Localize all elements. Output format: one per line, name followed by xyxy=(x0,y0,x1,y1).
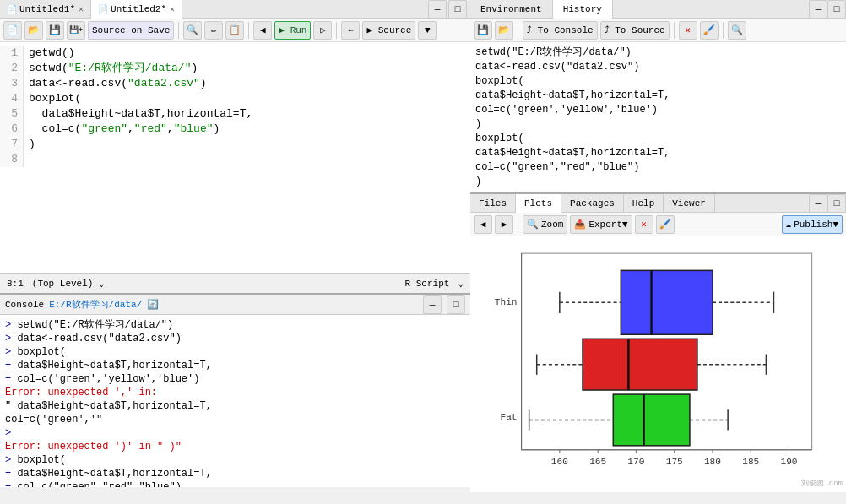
minimize-plots-icon[interactable]: — xyxy=(809,194,827,213)
console-line-12: + data$Height~data$T,horizontal=T, xyxy=(5,467,465,480)
console-label: Console xyxy=(5,300,44,310)
close-tab-untitled1[interactable]: ✕ xyxy=(79,4,84,14)
source-button[interactable]: ▶ Source xyxy=(362,21,415,40)
prev-plot-button[interactable]: ◀ xyxy=(474,215,492,234)
history-sep-2 xyxy=(674,22,675,39)
console-line-6: Error: unexpected ',' in: xyxy=(5,386,465,399)
history-sep-3 xyxy=(723,22,724,39)
line-content-3: data<-read.csv("data2.csv") xyxy=(24,76,207,91)
minimize-editor-icon[interactable]: — xyxy=(428,0,447,19)
clear-plots-button[interactable]: ✕ xyxy=(635,215,653,234)
tab-environment[interactable]: Environment xyxy=(470,0,553,19)
open-file-button[interactable]: 📂 xyxy=(24,21,43,40)
source-dropdown[interactable]: ▼ xyxy=(418,21,437,40)
tab-label-untitled1: Untitled1* xyxy=(19,4,75,14)
tab-packages[interactable]: Packages xyxy=(561,194,624,213)
zoom-button[interactable]: 🔍 Zoom xyxy=(523,215,567,234)
publish-button[interactable]: ☁ Publish ▼ xyxy=(782,215,843,234)
line-num-3: 3 xyxy=(0,76,24,91)
forward-button[interactable]: ▷ xyxy=(313,21,332,40)
code-line-5: 5 data$Height~data$T,horizontal=T, xyxy=(0,106,470,122)
console-refresh-icon[interactable]: 🔄 xyxy=(147,299,159,310)
line-num-7: 7 xyxy=(0,137,24,152)
watermark: 刘俊图.com xyxy=(801,478,843,489)
to-console-button[interactable]: ⤴ To Console xyxy=(523,21,598,40)
code-line-4: 4 boxplot( xyxy=(0,91,470,106)
find-button[interactable]: 🔍 xyxy=(183,21,202,40)
tab-help[interactable]: Help xyxy=(624,194,664,213)
source-on-save-label: Source on Save xyxy=(92,25,170,35)
line-content-4: boxplot( xyxy=(24,91,81,106)
maximize-console-icon[interactable]: □ xyxy=(447,295,465,314)
search-history-button[interactable]: 🔍 xyxy=(728,21,746,40)
history-line-2: data<-read.csv("data2.csv") xyxy=(475,60,841,74)
packages-label: Packages xyxy=(570,198,615,209)
minimize-env-icon[interactable]: — xyxy=(809,0,827,19)
line-content-6: col=c("green","red","blue") xyxy=(24,122,220,137)
svg-text:185: 185 xyxy=(742,457,759,467)
svg-rect-33 xyxy=(613,394,690,446)
history-content[interactable]: setwd("E:/R软件学习/data/") data<-read.csv("… xyxy=(470,42,846,192)
svg-text:170: 170 xyxy=(627,457,644,467)
code-line-1: 1 getwd() xyxy=(0,46,470,61)
code-level: (Top Level) ⌄ xyxy=(32,278,105,289)
code-line-8: 8 xyxy=(0,152,470,167)
export-button[interactable]: 📤 Export ▼ xyxy=(570,215,632,234)
prev-button[interactable]: ⇐ xyxy=(341,21,360,40)
history-line-3: boxplot( xyxy=(475,74,841,89)
plots-panel: Files Plots Packages Help Viewer — □ xyxy=(470,194,846,492)
svg-text:Thin: Thin xyxy=(495,297,518,307)
tab-viewer[interactable]: Viewer xyxy=(664,194,715,213)
viewer-label: Viewer xyxy=(672,198,706,209)
run-label: ▶ Run xyxy=(279,24,306,35)
save-file-button[interactable]: 💾 xyxy=(46,21,64,40)
export-dropdown-arrow: ▼ xyxy=(622,219,628,230)
console-header: Console E:/R软件学习/data/ 🔄 — □ xyxy=(0,295,470,315)
svg-text:160: 160 xyxy=(551,457,568,467)
code-line-3: 3 data<-read.csv("data2.csv") xyxy=(0,76,470,91)
maximize-env-icon[interactable]: □ xyxy=(827,0,846,19)
boxplot-svg: 160 165 170 175 180 185 190 Thin Fat xyxy=(470,236,846,492)
source-on-save-button[interactable]: Source on Save xyxy=(88,21,174,40)
console-content[interactable]: > setwd("E:/R软件学习/data/") > data<-read.c… xyxy=(0,315,470,487)
line-content-8 xyxy=(24,152,29,167)
back-button[interactable]: ◀ xyxy=(253,21,272,40)
code-editor[interactable]: 1 getwd() 2 setwd("E:/R软件学习/data/") 3 da… xyxy=(0,42,470,273)
clear-history-button[interactable]: ✕ xyxy=(679,21,697,40)
maximize-editor-icon[interactable]: □ xyxy=(448,0,467,19)
tab-plots[interactable]: Plots xyxy=(516,194,561,213)
export-label: Export xyxy=(588,219,622,230)
env-panel: Environment History — □ 💾 📂 ⤴ To Console… xyxy=(470,0,846,194)
tab-files[interactable]: Files xyxy=(470,194,516,213)
editor-tab-untitled1[interactable]: 📄 Untitled1* ✕ xyxy=(0,0,91,19)
script-type: R Script xyxy=(405,279,450,289)
brush-plots-button[interactable]: 🖌️ xyxy=(656,215,675,234)
history-line-9: col=c("green","red","blue") xyxy=(475,160,841,175)
to-source-label: ⤴ To Source xyxy=(605,24,665,35)
brush-history-button[interactable]: 🖌️ xyxy=(700,21,719,40)
save-history-button[interactable]: 💾 xyxy=(474,21,492,40)
plots-toolbar: ◀ ▶ 🔍 Zoom 📤 Export ▼ ✕ 🖌️ ☁ Publish xyxy=(470,213,846,236)
line-num-6: 6 xyxy=(0,122,24,137)
editor-tab-untitled2[interactable]: 📄 Untitled2* ✕ xyxy=(91,0,182,19)
toolbar-separator-2 xyxy=(248,22,249,39)
next-plot-button[interactable]: ▶ xyxy=(495,215,513,234)
minimize-console-icon[interactable]: — xyxy=(423,295,442,314)
load-history-button[interactable]: 📂 xyxy=(495,21,513,40)
history-line-5: col=c('green','yellow','blue') xyxy=(475,103,841,117)
svg-text:190: 190 xyxy=(781,457,798,467)
save-all-button[interactable]: 💾+ xyxy=(67,21,85,40)
compile-button[interactable]: 📋 xyxy=(225,21,244,40)
to-source-button[interactable]: ⤴ To Source xyxy=(600,21,670,40)
run-button[interactable]: ▶ Run xyxy=(274,21,311,40)
new-file-button[interactable]: 📄 xyxy=(3,21,22,40)
console-line-8: col=c('green','" xyxy=(5,413,465,426)
svg-text:165: 165 xyxy=(589,457,606,467)
code-tools-button[interactable]: ✏️ xyxy=(204,21,223,40)
close-tab-untitled2[interactable]: ✕ xyxy=(170,4,175,14)
plots-sep-1 xyxy=(518,216,518,233)
tab-history[interactable]: History xyxy=(553,0,613,19)
maximize-plots-icon[interactable]: □ xyxy=(827,194,846,213)
line-num-4: 4 xyxy=(0,91,24,106)
help-label: Help xyxy=(632,198,654,209)
